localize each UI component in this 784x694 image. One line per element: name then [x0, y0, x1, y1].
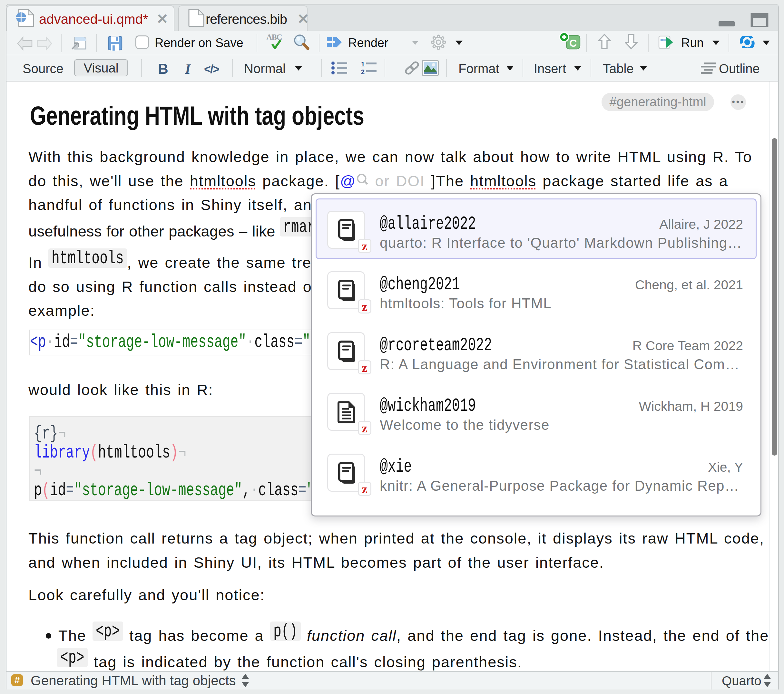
- svg-text:C: C: [569, 37, 577, 49]
- svg-text:2: 2: [361, 68, 365, 76]
- svg-text:1: 1: [361, 61, 365, 67]
